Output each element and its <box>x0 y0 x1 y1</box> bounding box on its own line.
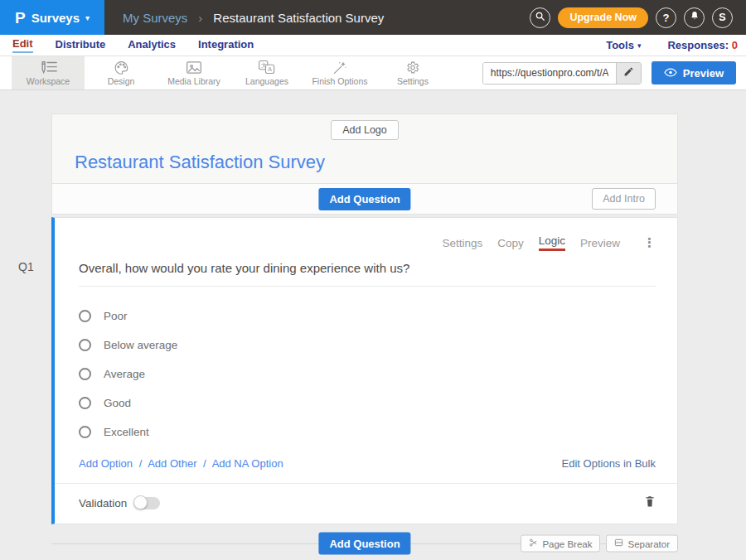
responses-counter[interactable]: Responses: 0 <box>667 39 738 51</box>
option-label[interactable]: Poor <box>104 310 128 322</box>
option-label[interactable]: Excellent <box>104 426 149 438</box>
toolbar-item-finish-options[interactable]: Finish Options <box>303 56 376 89</box>
preview-label: Preview <box>683 67 724 80</box>
add-option-links: Add Option / Add Other / Add NA Option <box>79 457 283 470</box>
question-card: Settings Copy Logic Preview ⋮ Overall, h… <box>51 217 678 524</box>
validation-label: Validation <box>79 497 127 509</box>
chevron-down-icon: ▾ <box>85 14 90 22</box>
eye-icon <box>664 67 677 80</box>
toolbar-item-workspace[interactable]: Workspace <box>12 56 85 89</box>
add-na-option-link[interactable]: Add NA Option <box>212 457 283 470</box>
toolbar-item-settings[interactable]: Settings <box>376 56 449 89</box>
add-question-button-top[interactable]: Add Question <box>318 188 410 210</box>
question-logic-link[interactable]: Logic <box>539 234 565 251</box>
svg-text:文: 文 <box>261 62 267 69</box>
add-intro-button[interactable]: Add Intro <box>592 188 656 210</box>
top-header: P Surveys ▾ My Surveys › Restaurant Sati… <box>0 0 746 35</box>
link-separator: / <box>203 457 206 470</box>
toolbar-item-label: Workspace <box>27 76 70 86</box>
toolbar-item-label: Settings <box>397 76 429 86</box>
answer-option-row: Good <box>79 389 656 418</box>
option-label[interactable]: Below average <box>104 339 177 351</box>
option-label[interactable]: Good <box>104 397 131 409</box>
bell-icon <box>690 11 700 24</box>
radio-button[interactable] <box>79 426 91 438</box>
survey-url-input[interactable] <box>483 63 616 84</box>
survey-link-group <box>482 62 642 84</box>
responses-label: Responses: <box>667 39 729 51</box>
surveys-product-menu[interactable]: P Surveys ▾ <box>0 0 104 35</box>
question-text[interactable]: Overall, how would you rate your dining … <box>79 261 656 287</box>
option-links-row: Add Option / Add Other / Add NA Option E… <box>79 457 656 470</box>
breadcrumb-my-surveys[interactable]: My Surveys <box>123 11 187 25</box>
toolbar-item-label: Design <box>108 76 135 86</box>
survey-header-section: Add Logo Restaurant Satisfaction Survey <box>51 113 678 184</box>
add-other-link[interactable]: Add Other <box>148 457 196 470</box>
tab-edit[interactable]: Edit <box>12 37 33 53</box>
more-options-icon[interactable]: ⋮ <box>643 235 656 250</box>
separator-label: Separator <box>627 538 670 548</box>
link-separator: / <box>139 457 143 470</box>
tab-analytics[interactable]: Analytics <box>128 38 176 52</box>
tab-integration[interactable]: Integration <box>198 38 254 52</box>
questionpro-logo: P <box>15 10 26 26</box>
radio-button[interactable] <box>79 397 91 409</box>
breadcrumb-chevron-icon: › <box>198 11 202 25</box>
upgrade-now-button[interactable]: Upgrade Now <box>558 7 648 28</box>
search-button[interactable] <box>530 7 550 28</box>
question-preview-link[interactable]: Preview <box>580 237 620 249</box>
help-button[interactable]: ? <box>656 7 676 28</box>
survey-title[interactable]: Restaurant Satisfaction Survey <box>75 152 677 173</box>
tab-distribute[interactable]: Distribute <box>56 38 106 52</box>
tabbar-right: Tools ▾ Responses: 0 <box>606 39 746 51</box>
toggle-knob <box>133 495 148 509</box>
gear-icon <box>405 60 420 75</box>
toolbar-item-label: Languages <box>245 76 288 86</box>
trash-icon <box>644 495 656 511</box>
question-settings-link[interactable]: Settings <box>442 237 482 249</box>
breadcrumb-current-survey: Restaurant Satisfaction Survey <box>213 11 384 25</box>
toolbar-right: Preview <box>482 56 736 89</box>
add-logo-button[interactable]: Add Logo <box>331 120 399 140</box>
toolbar-item-label: Media Library <box>167 76 220 86</box>
notifications-button[interactable] <box>684 7 705 28</box>
product-name: Surveys <box>31 11 80 25</box>
validation-toggle[interactable] <box>135 497 160 509</box>
tools-label: Tools <box>606 39 634 51</box>
edit-url-button[interactable] <box>616 63 641 84</box>
delete-question-button[interactable] <box>644 495 656 511</box>
add-option-link[interactable]: Add Option <box>79 457 133 470</box>
radio-button[interactable] <box>79 368 91 380</box>
edit-options-in-bulk-link[interactable]: Edit Options in Bulk <box>562 457 656 470</box>
question-copy-link[interactable]: Copy <box>497 237 524 249</box>
answer-option-row: Excellent <box>79 418 656 447</box>
translate-icon: 文A <box>258 60 276 75</box>
page-break-button[interactable]: Page Break <box>521 535 600 553</box>
preview-button[interactable]: Preview <box>652 61 736 84</box>
insert-controls: Page Break Separator <box>521 535 678 553</box>
page-break-label: Page Break <box>542 538 592 548</box>
option-label[interactable]: Average <box>104 368 145 380</box>
answer-option-row: Average <box>79 360 656 389</box>
search-icon <box>535 11 545 24</box>
tools-menu[interactable]: Tools ▾ <box>606 39 641 51</box>
separator-button[interactable]: Separator <box>606 535 678 553</box>
user-avatar[interactable]: S <box>712 7 733 28</box>
radio-button[interactable] <box>79 339 91 351</box>
questionpro-survey-editor: P Surveys ▾ My Surveys › Restaurant Sati… <box>0 0 746 560</box>
separator-icon <box>614 538 623 549</box>
main-tabs: Edit Distribute Analytics Integration To… <box>0 35 746 56</box>
image-icon <box>186 60 202 75</box>
pencil-icon <box>623 66 634 80</box>
chevron-down-icon: ▾ <box>637 42 642 50</box>
radio-button[interactable] <box>79 310 91 322</box>
survey-card: Add Logo Restaurant Satisfaction Survey … <box>51 113 678 559</box>
toolbar-item-design[interactable]: Design <box>85 56 157 89</box>
toolbar-item-label: Finish Options <box>312 76 367 86</box>
toolbar-item-media-library[interactable]: Media Library <box>157 56 230 89</box>
add-question-button-bottom[interactable]: Add Question <box>318 533 410 555</box>
header-actions: Upgrade Now ? S <box>530 7 733 28</box>
add-question-row-top: Add Question Add Intro <box>51 184 678 215</box>
toolbar-item-languages[interactable]: 文A Languages <box>230 56 303 89</box>
answer-options-list: Poor Below average Average Good <box>79 302 656 447</box>
